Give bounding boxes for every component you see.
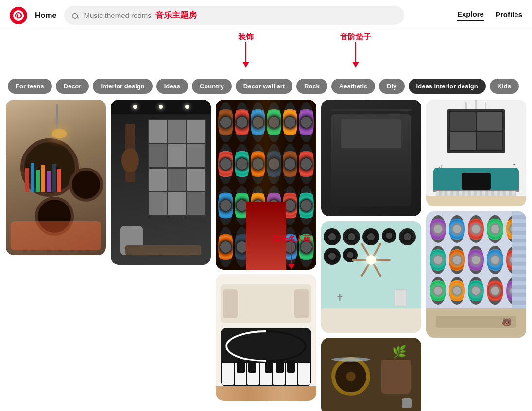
pinterest-logo[interactable] bbox=[10, 7, 27, 24]
nav-explore[interactable]: Explore bbox=[457, 10, 484, 21]
svg-marker-3 bbox=[352, 62, 359, 68]
decor-annotation: 装饰 bbox=[238, 32, 254, 68]
grid-item-6[interactable]: ✝ bbox=[321, 221, 421, 333]
search-icon bbox=[72, 12, 80, 19]
chip-diy[interactable]: Diy bbox=[379, 79, 404, 94]
grid-item-4[interactable] bbox=[216, 274, 316, 401]
decor-arrow bbox=[239, 42, 253, 68]
chip-for-teens[interactable]: For teens bbox=[8, 79, 52, 94]
chip-kids[interactable]: Kids bbox=[490, 79, 519, 94]
main-content: ✝ 🌿 bbox=[0, 100, 532, 411]
chip-aesthetic[interactable]: Aesthetic bbox=[331, 79, 376, 94]
grid-item-8[interactable]: ♩ ♫ bbox=[426, 100, 526, 206]
decor-annotation-label: 装饰 bbox=[238, 32, 254, 42]
masonry-grid: ✝ 🌿 bbox=[0, 100, 532, 411]
chip-ideas[interactable]: Ideas bbox=[156, 79, 188, 94]
search-input-text: Music themed rooms bbox=[84, 11, 151, 19]
chip-ideas-interior-design[interactable]: Ideas interior design bbox=[409, 79, 486, 94]
grid-item-5[interactable] bbox=[321, 100, 421, 216]
scale-mat-annotation: 音阶垫子 bbox=[340, 32, 371, 68]
top-nav: Explore Profiles bbox=[457, 10, 522, 21]
chip-country[interactable]: Country bbox=[192, 79, 232, 94]
grid-item-3[interactable] bbox=[216, 100, 316, 270]
search-bar[interactable]: Music themed rooms 音乐主题房 bbox=[64, 6, 404, 25]
chip-decor[interactable]: Decor bbox=[56, 79, 89, 94]
grid-item-7[interactable]: 🌿 bbox=[321, 338, 421, 411]
chip-interior-design[interactable]: Interior design bbox=[93, 79, 152, 94]
scale-mat-annotation-label: 音阶垫子 bbox=[340, 32, 371, 42]
chip-decor-wall-art[interactable]: Decor wall art bbox=[236, 79, 292, 94]
svg-marker-1 bbox=[242, 62, 249, 68]
home-link[interactable]: Home bbox=[35, 11, 56, 20]
grid-item-2[interactable] bbox=[111, 100, 211, 265]
chip-rock[interactable]: Rock bbox=[296, 79, 327, 94]
scale-mat-arrow bbox=[348, 42, 363, 68]
header: Home Music themed rooms 音乐主题房 Explore Pr… bbox=[0, 0, 532, 31]
top-annotation-area: 装饰 音阶垫子 bbox=[0, 31, 532, 75]
grid-item-1[interactable] bbox=[6, 100, 106, 255]
grid-item-9[interactable]: 🐻 bbox=[426, 211, 526, 338]
chips-row: For teens Decor Interior design Ideas Co… bbox=[0, 75, 532, 100]
search-annotation-zh: 音乐主题房 bbox=[155, 10, 197, 21]
nav-profiles[interactable]: Profiles bbox=[496, 10, 522, 20]
